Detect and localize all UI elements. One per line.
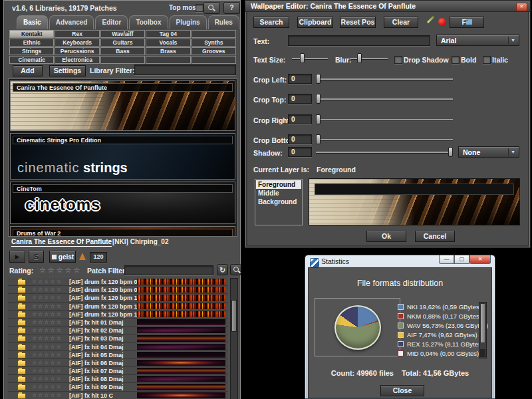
tab-plugins[interactable]: Plugins	[170, 15, 207, 29]
category-button-rex[interactable]: Rex	[55, 30, 99, 38]
slider-thumb[interactable]	[316, 114, 321, 124]
library-item-drums-of-war-2[interactable]: DRUMSDrums of War 2	[10, 226, 235, 237]
text-input[interactable]	[288, 35, 430, 46]
italic-checkbox[interactable]	[483, 56, 491, 64]
close-icon[interactable]: ✕	[516, 3, 527, 11]
help-button[interactable]: ?	[223, 2, 240, 14]
crop-bottom-input[interactable]	[288, 134, 312, 144]
crop-left-input[interactable]	[288, 74, 312, 84]
library-item-cinematic-strings-pro-edition[interactable]: cinematic stringsCinematic Strings Pro E…	[10, 133, 235, 180]
patch-rating-stars[interactable]: ☆☆☆☆☆	[32, 303, 63, 311]
patch-row[interactable]: ☆☆☆☆☆[AIF] fx hit 10 C	[8, 392, 228, 399]
layer-item-foreground[interactable]: Foreground	[256, 180, 301, 189]
patch-rating-stars[interactable]: ☆☆☆☆☆	[32, 343, 63, 351]
shadow-input[interactable]	[288, 147, 312, 157]
fill-button[interactable]: Fill	[450, 17, 484, 28]
category-button-guitars[interactable]: Guitars	[100, 39, 145, 47]
slider-thumb[interactable]	[316, 74, 321, 84]
bold-checkbox[interactable]	[452, 56, 460, 64]
library-item-cinetom[interactable]: cinetomsCineTom	[10, 182, 235, 224]
category-button-perucssions[interactable]: Perucssions	[55, 47, 99, 55]
patch-rating-stars[interactable]: ☆☆☆☆☆	[32, 375, 63, 383]
category-button-empty[interactable]	[192, 30, 236, 38]
patch-row[interactable]: ☆☆☆☆☆[AIF] drum fx 120 bpm 11	[8, 303, 228, 311]
library-item-canira-the-essence-of-panflute[interactable]: Canira The Essence Of Panflute	[10, 80, 235, 131]
patch-rating-stars[interactable]: ☆☆☆☆☆	[32, 278, 63, 286]
cancel-button[interactable]: Cancel	[415, 231, 455, 242]
patch-row[interactable]: ☆☆☆☆☆[AIF] fx hit 04 Dmaj	[8, 343, 228, 351]
crop-top-input[interactable]	[288, 94, 312, 104]
shadow-mode-dropdown[interactable]: None▼	[458, 146, 519, 158]
category-button-vocals[interactable]: Vocals	[146, 39, 190, 47]
category-button-empty[interactable]	[192, 56, 236, 64]
tempo-display[interactable]: 120	[90, 252, 107, 263]
refresh-button[interactable]: ↻	[217, 264, 228, 275]
category-button-brass[interactable]: Brass	[146, 47, 190, 55]
text-size-slider[interactable]	[292, 53, 328, 63]
category-button-keyboards[interactable]: Keyboards	[55, 39, 99, 47]
tab-advanced[interactable]: Advanced	[49, 15, 94, 29]
patch-row[interactable]: ☆☆☆☆☆[AIF] fx hit 06 Dmaj	[8, 359, 228, 367]
blur-slider[interactable]	[350, 53, 388, 63]
slider-thumb[interactable]	[316, 94, 321, 104]
slider-thumb[interactable]	[300, 53, 305, 63]
category-button-empty[interactable]	[146, 56, 190, 64]
close-statistics-button[interactable]: Close	[380, 385, 424, 396]
add-button[interactable]: Add	[13, 65, 43, 76]
ok-button[interactable]: Ok	[366, 231, 406, 242]
patch-rating-stars[interactable]: ☆☆☆☆☆	[32, 351, 63, 359]
selected-library-link[interactable]: Canira The Essence Of Panflute	[11, 238, 112, 247]
maximize-button[interactable]: ▢	[454, 255, 469, 264]
patch-rating-stars[interactable]: ☆☆☆☆☆	[32, 327, 63, 334]
category-button-strings[interactable]: Strings	[9, 47, 54, 55]
tab-rules[interactable]: Rules	[208, 15, 239, 29]
rating-stars[interactable]: ☆☆☆☆☆	[39, 266, 82, 275]
drop-shadow-checkbox[interactable]	[394, 56, 402, 64]
crop-left-slider[interactable]	[316, 74, 453, 84]
patch-rating-stars[interactable]: ☆☆☆☆☆	[32, 311, 63, 319]
tab-basic[interactable]: Basic	[17, 15, 48, 29]
geist-button[interactable]: geist	[49, 251, 76, 263]
crop-right-slider[interactable]	[316, 114, 453, 124]
settings-button[interactable]: Settings	[49, 65, 86, 76]
wallpaper-editor-titlebar[interactable]: Wallpaper Editor: Canira The Essence Of …	[245, 1, 530, 12]
category-button-bass[interactable]: Bass	[100, 47, 145, 55]
patch-rating-stars[interactable]: ☆☆☆☆☆	[32, 359, 63, 367]
font-dropdown[interactable]: Arial▼	[436, 35, 519, 46]
shadow-slider[interactable]	[316, 147, 453, 157]
patch-rating-stars[interactable]: ☆☆☆☆☆	[32, 383, 63, 391]
topmost-checkbox[interactable]	[196, 4, 203, 12]
patch-row[interactable]: ☆☆☆☆☆[AIF] fx hit 01 Dmaj	[8, 319, 228, 327]
category-button-ethnic[interactable]: Ethnic	[9, 39, 54, 47]
scrollbar-thumb[interactable]	[480, 303, 485, 343]
search-settings-button[interactable]	[203, 2, 220, 14]
slider-thumb[interactable]	[357, 53, 362, 63]
category-button-grooves[interactable]: Grooves	[192, 47, 236, 55]
layer-item-middle[interactable]: Middle	[256, 189, 301, 198]
play-button[interactable]: ▶	[9, 251, 25, 263]
close-button[interactable]: ✕	[469, 255, 491, 264]
crop-right-input[interactable]	[288, 114, 312, 124]
patch-row[interactable]: ☆☆☆☆☆[AIF] fx hit 07 Dmaj	[8, 367, 228, 375]
patch-row[interactable]: ☆☆☆☆☆[AIF] drum fx 120 bpm 10	[8, 294, 228, 302]
patch-row[interactable]: ☆☆☆☆☆[AIF] fx hit 02 Dmaj	[8, 327, 228, 334]
crop-top-slider[interactable]	[316, 94, 453, 104]
scrollbar-thumb[interactable]	[231, 300, 237, 332]
patch-rating-stars[interactable]: ☆☆☆☆☆	[32, 367, 63, 375]
category-button-empty[interactable]	[100, 56, 145, 64]
color-swatch-red-icon[interactable]	[438, 18, 446, 26]
patch-rating-stars[interactable]: ☆☆☆☆☆	[32, 319, 63, 327]
patch-row[interactable]: ☆☆☆☆☆[AIF] fx hit 08 Dmaj	[8, 375, 228, 383]
library-filter-input[interactable]	[134, 65, 236, 75]
patch-rating-stars[interactable]: ☆☆☆☆☆	[32, 334, 63, 342]
patch-row[interactable]: ☆☆☆☆☆[AIF] fx hit 05 Dmaj	[8, 351, 228, 359]
patch-rating-stars[interactable]: ☆☆☆☆☆	[32, 392, 63, 399]
category-button-electronica[interactable]: Electronica	[55, 56, 99, 64]
solo-button[interactable]: S	[29, 251, 44, 263]
pencil-icon[interactable]	[427, 16, 434, 23]
layer-item-background[interactable]: Background	[256, 198, 301, 206]
slider-thumb[interactable]	[448, 147, 453, 157]
search-button[interactable]: Search	[253, 17, 289, 28]
legend-scrollbar[interactable]	[479, 302, 487, 358]
slider-thumb[interactable]	[316, 134, 321, 144]
